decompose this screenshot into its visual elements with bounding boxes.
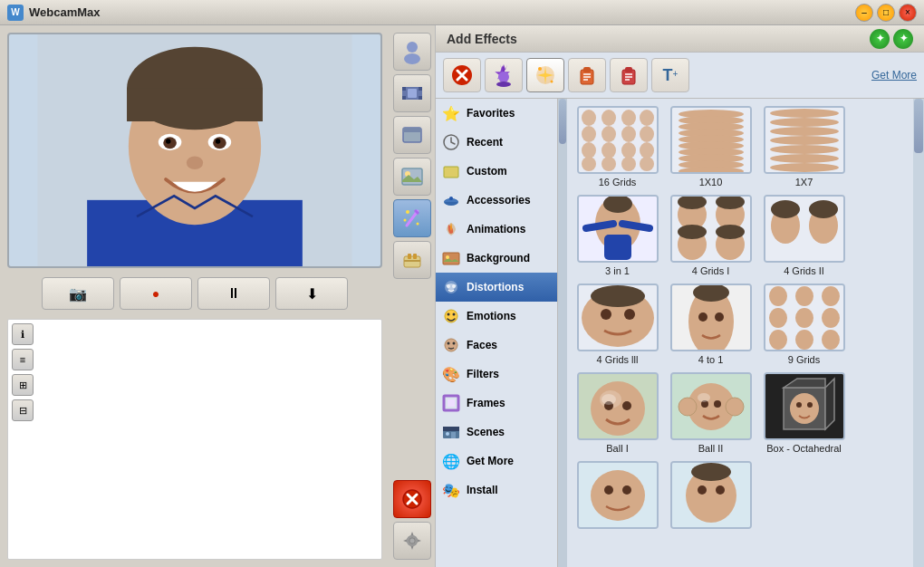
window-tool-button[interactable] bbox=[393, 116, 431, 154]
wand-tool-button[interactable] bbox=[393, 199, 431, 237]
text-button[interactable]: T + bbox=[651, 58, 689, 92]
effect-4to1-label: 4 to 1 bbox=[698, 354, 724, 365]
effect-1x10-label: 1X10 bbox=[699, 177, 723, 187]
tools-tool-button[interactable] bbox=[393, 241, 431, 279]
svg-point-110 bbox=[770, 127, 839, 136]
categories-scrollbar[interactable] bbox=[558, 99, 567, 567]
svg-rect-62 bbox=[443, 253, 459, 264]
record-button[interactable]: ● bbox=[120, 277, 192, 310]
effect-4gridsi[interactable]: 4 Grids I bbox=[668, 195, 754, 276]
layout-button[interactable]: ⊟ bbox=[12, 399, 34, 421]
svg-rect-76 bbox=[443, 427, 459, 431]
svg-point-130 bbox=[716, 225, 745, 239]
svg-point-174 bbox=[796, 402, 802, 408]
person-tool-button[interactable] bbox=[393, 33, 431, 71]
effects-scrollbar[interactable] bbox=[913, 99, 924, 567]
categories-scrollbar-thumb[interactable] bbox=[559, 99, 566, 144]
svg-point-164 bbox=[679, 398, 697, 416]
category-animations[interactable]: Animations bbox=[436, 215, 557, 244]
svg-point-155 bbox=[822, 330, 840, 350]
effect-9grids[interactable]: 9 Grids bbox=[761, 284, 847, 365]
remove-tool-button[interactable] bbox=[393, 480, 431, 518]
wizard-button[interactable] bbox=[485, 58, 523, 92]
svg-point-175 bbox=[807, 402, 813, 408]
category-background[interactable]: Background bbox=[436, 244, 557, 273]
grid-button[interactable]: ⊞ bbox=[12, 374, 34, 396]
svg-rect-17 bbox=[402, 87, 406, 91]
effect-1x7-label: 1X7 bbox=[795, 177, 813, 187]
effect-ball1[interactable]: Ball I bbox=[574, 372, 660, 454]
svg-point-88 bbox=[582, 142, 596, 159]
paste-button-1[interactable] bbox=[568, 58, 606, 92]
settings-tool-button[interactable] bbox=[393, 522, 431, 560]
svg-point-94 bbox=[621, 157, 636, 171]
minimize-button[interactable]: – bbox=[855, 4, 873, 22]
category-favorites[interactable]: ⭐ Favorites bbox=[436, 99, 557, 128]
svg-point-95 bbox=[640, 157, 654, 171]
effect-4gridsii[interactable]: 4 Grids II bbox=[761, 195, 847, 276]
get-more-link[interactable]: Get More bbox=[871, 69, 917, 82]
svg-point-183 bbox=[698, 485, 707, 495]
svg-point-111 bbox=[770, 136, 839, 145]
effects-green-btn1[interactable]: ✦ bbox=[870, 29, 890, 49]
middle-toolbar bbox=[390, 25, 435, 567]
effect-1x7[interactable]: 1X7 bbox=[761, 106, 847, 187]
svg-rect-32 bbox=[413, 254, 417, 259]
download-button[interactable]: ⬇ bbox=[275, 277, 348, 310]
svg-point-66 bbox=[452, 284, 456, 288]
svg-point-85 bbox=[602, 126, 616, 142]
category-distortions[interactable]: Distortions bbox=[436, 273, 557, 302]
category-recent[interactable]: Recent bbox=[436, 128, 557, 157]
svg-point-44 bbox=[496, 82, 511, 87]
effect-3in1[interactable]: 3 in 1 bbox=[574, 195, 660, 276]
svg-point-28 bbox=[417, 223, 419, 226]
close-button[interactable]: × bbox=[899, 4, 917, 22]
effects-header: Add Effects ✦ ✦ bbox=[436, 25, 924, 53]
category-custom[interactable]: Custom bbox=[436, 157, 557, 186]
effect-1x10[interactable]: 1X10 bbox=[668, 106, 754, 187]
effect-16grids[interactable]: 16 Grids bbox=[574, 106, 660, 187]
image-tool-button[interactable] bbox=[393, 158, 431, 196]
svg-point-151 bbox=[795, 308, 813, 328]
webcam-view bbox=[7, 33, 382, 268]
category-accessories[interactable]: Accessories bbox=[436, 186, 557, 215]
category-frames[interactable]: Frames bbox=[436, 389, 557, 418]
pause-button[interactable]: ⏸ bbox=[197, 277, 270, 310]
svg-point-43 bbox=[498, 72, 509, 82]
effect-4gridsiii[interactable]: 4 Grids lll bbox=[574, 284, 660, 365]
category-faces[interactable]: Faces bbox=[436, 331, 557, 360]
categories-panel: ⭐ Favorites Recent bbox=[436, 99, 558, 567]
list-button[interactable]: ≡ bbox=[12, 349, 34, 370]
maximize-button[interactable]: □ bbox=[877, 4, 895, 22]
info-content bbox=[41, 323, 378, 555]
effect-4gridsiii-label: 4 Grids lll bbox=[597, 354, 639, 365]
camera-button[interactable]: 📷 bbox=[42, 277, 114, 310]
scrollbar-thumb[interactable] bbox=[914, 99, 923, 153]
remove-effect-button[interactable] bbox=[443, 58, 481, 92]
info-button[interactable]: ℹ bbox=[12, 323, 34, 345]
svg-point-72 bbox=[453, 342, 456, 345]
effect-more1[interactable] bbox=[574, 461, 660, 529]
svg-point-114 bbox=[770, 163, 839, 172]
svg-point-91 bbox=[640, 142, 654, 159]
effect-ball2[interactable]: Ball II bbox=[668, 372, 754, 454]
svg-point-138 bbox=[591, 285, 645, 307]
effect-box[interactable]: Box - Octahedral bbox=[761, 372, 847, 454]
effects-green-btn2[interactable]: ✦ bbox=[893, 29, 913, 49]
category-emotions[interactable]: Emotions bbox=[436, 302, 557, 331]
category-get-more[interactable]: 🌐 Get More bbox=[436, 447, 557, 476]
film-tool-button[interactable] bbox=[393, 74, 431, 112]
effect-more2[interactable] bbox=[668, 461, 754, 529]
svg-rect-18 bbox=[402, 96, 406, 100]
effects-title: Add Effects bbox=[447, 32, 517, 46]
category-filters[interactable]: 🎨 Filters bbox=[436, 360, 557, 389]
svg-point-69 bbox=[453, 313, 456, 316]
sparkle-button[interactable] bbox=[526, 58, 564, 92]
category-scenes[interactable]: Scenes bbox=[436, 418, 557, 447]
effect-ball2-label: Ball II bbox=[698, 443, 724, 454]
category-install[interactable]: 🎭 Install bbox=[436, 476, 557, 505]
svg-marker-172 bbox=[825, 379, 834, 429]
svg-point-153 bbox=[769, 330, 787, 350]
paste-button-2[interactable] bbox=[610, 58, 648, 92]
effect-4to1[interactable]: 4 to 1 bbox=[668, 284, 754, 365]
